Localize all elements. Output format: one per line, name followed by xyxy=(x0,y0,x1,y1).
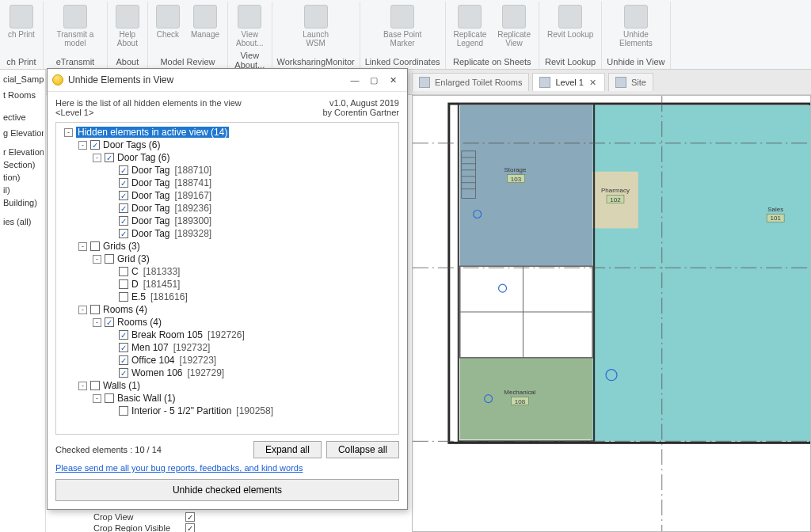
property-row[interactable]: Crop Region Visible✓ xyxy=(93,522,195,532)
tree-node[interactable]: Door Tag[188741] xyxy=(58,177,397,189)
tree-node[interactable]: Break Room 105[192726] xyxy=(58,329,397,341)
tree-checkbox[interactable] xyxy=(119,178,128,188)
browser-item[interactable]: il) xyxy=(2,184,44,196)
tree-checkbox[interactable] xyxy=(90,140,100,150)
tree-checkbox[interactable] xyxy=(119,292,128,302)
collapse-all-button[interactable]: Collapse all xyxy=(326,441,399,458)
property-row[interactable]: Crop View✓ xyxy=(93,511,195,522)
drawing-canvas[interactable]: Storage 103 Pharmacy 102 Sales 101 Mecha… xyxy=(412,95,811,532)
tree-label: Door Tags (6) xyxy=(103,139,160,150)
tree-node[interactable]: C[181333] xyxy=(58,265,397,278)
tree-node[interactable]: -Rooms (4) xyxy=(58,316,397,329)
ribbon-button[interactable]: ch Print xyxy=(5,3,38,55)
browser-item[interactable]: Building) xyxy=(2,196,44,209)
tree-toggle-icon[interactable]: - xyxy=(78,141,87,150)
tree-checkbox[interactable] xyxy=(105,254,114,264)
ribbon-button[interactable]: Check xyxy=(153,3,183,55)
dialog-titlebar[interactable]: Unhide Elements in View — ▢ ✕ xyxy=(48,69,407,92)
browser-item[interactable]: cial_Sampl xyxy=(2,73,44,86)
tree-node[interactable]: Office 104[192723] xyxy=(58,354,397,367)
tab-close-icon[interactable]: ✕ xyxy=(588,78,598,87)
tree-node[interactable]: Door Tag[189328] xyxy=(58,227,397,240)
ribbon-button[interactable]: HelpAbout xyxy=(112,3,143,55)
tree-checkbox[interactable] xyxy=(90,241,100,251)
tree-checkbox[interactable] xyxy=(119,368,128,378)
browser-item[interactable]: t Rooms xyxy=(2,89,44,101)
ribbon-button[interactable]: Transmit a model xyxy=(48,3,102,55)
tree-toggle-icon[interactable]: - xyxy=(78,382,87,390)
tree-checkbox[interactable] xyxy=(119,203,128,213)
ribbon-button[interactable]: Base Point Marker xyxy=(375,3,429,55)
feedback-link[interactable]: Please send me all your bug reports, fee… xyxy=(48,458,407,479)
tree-node[interactable]: -Walls (1) xyxy=(58,379,397,392)
ribbon-button[interactable]: Manage xyxy=(188,3,223,55)
tree-label: Grids (3) xyxy=(103,241,140,252)
tree-node[interactable]: Door Tag[188710] xyxy=(58,164,397,177)
ribbon-button[interactable]: ReplicateView xyxy=(494,3,534,55)
view-tab[interactable]: Enlarged Toilet Rooms xyxy=(412,73,529,91)
view-tab[interactable]: Site xyxy=(608,73,653,91)
tree-checkbox[interactable] xyxy=(119,406,128,416)
tree-node[interactable]: Men 107[192732] xyxy=(58,341,397,354)
expand-all-button[interactable]: Expand all xyxy=(253,441,322,458)
view-tab[interactable]: Level 1✕ xyxy=(532,73,604,91)
tree-node[interactable]: Interior - 5 1/2" Partition[190258] xyxy=(58,405,397,417)
dialog-level: <Level 1> xyxy=(55,108,322,117)
tree-checkbox[interactable] xyxy=(119,355,128,365)
browser-item[interactable]: ective xyxy=(2,111,44,124)
tree-checkbox[interactable] xyxy=(119,267,128,276)
tree-checkbox[interactable] xyxy=(105,317,114,327)
tree-checkbox[interactable] xyxy=(105,153,114,162)
tree-checkbox[interactable] xyxy=(119,191,128,200)
tree-node[interactable]: -Grid (3) xyxy=(58,253,397,265)
tree-toggle-icon[interactable]: - xyxy=(78,242,87,251)
tree-node[interactable]: Door Tag[189236] xyxy=(58,202,397,215)
tree-checkbox[interactable] xyxy=(119,216,128,226)
tree-node[interactable]: E.5[181616] xyxy=(58,291,397,303)
property-checkbox[interactable]: ✓ xyxy=(185,523,195,532)
tree-toggle-icon[interactable]: - xyxy=(93,255,101,264)
tree-node[interactable]: -Rooms (4) xyxy=(58,303,397,316)
tree-toggle-icon[interactable]: - xyxy=(64,128,73,137)
tree-checkbox[interactable] xyxy=(90,381,100,390)
browser-item[interactable]: g Elevation xyxy=(2,127,44,139)
element-tree[interactable]: -Hidden elements in active view (14)-Doo… xyxy=(55,122,399,435)
tree-checkbox[interactable] xyxy=(119,279,128,289)
close-button[interactable]: ✕ xyxy=(383,72,402,88)
tree-checkbox[interactable] xyxy=(105,393,114,403)
tree-label: Door Tag xyxy=(131,190,169,201)
tree-checkbox[interactable] xyxy=(119,165,128,175)
tree-node[interactable]: -Basic Wall (1) xyxy=(58,392,397,405)
unhide-checked-button[interactable]: Unhide checked elements xyxy=(55,479,399,501)
tree-toggle-icon[interactable]: - xyxy=(93,394,101,403)
ribbon-label: Check xyxy=(157,30,179,39)
tree-toggle-icon[interactable]: - xyxy=(78,306,87,314)
tree-toggle-icon[interactable]: - xyxy=(93,154,101,162)
browser-item[interactable]: tion) xyxy=(2,171,44,184)
tree-node[interactable]: -Hidden elements in active view (14) xyxy=(58,126,397,139)
ribbon-button[interactable]: UnhideElements xyxy=(616,3,656,55)
view-tab-label: Level 1 xyxy=(555,78,583,87)
tree-checkbox[interactable] xyxy=(119,343,128,352)
tree-checkbox[interactable] xyxy=(90,305,100,314)
minimize-button[interactable]: — xyxy=(345,72,364,88)
tree-checkbox[interactable] xyxy=(119,229,128,238)
property-checkbox[interactable]: ✓ xyxy=(185,512,195,522)
ribbon-button[interactable]: ViewAbout... xyxy=(233,3,266,49)
tree-node[interactable]: -Grids (3) xyxy=(58,240,397,253)
ribbon-button[interactable]: ReplicateLegend xyxy=(451,3,490,55)
tree-checkbox[interactable] xyxy=(119,330,128,340)
tree-toggle-icon[interactable]: - xyxy=(93,318,101,327)
maximize-button[interactable]: ▢ xyxy=(364,72,383,88)
tree-node[interactable]: Door Tag[189300] xyxy=(58,215,397,227)
tree-node[interactable]: -Door Tag (6) xyxy=(58,151,397,164)
browser-item[interactable]: ies (all) xyxy=(2,215,44,228)
tree-node[interactable]: -Door Tags (6) xyxy=(58,139,397,151)
browser-item[interactable]: r Elevation) xyxy=(2,146,44,158)
tree-node[interactable]: Door Tag[189167] xyxy=(58,189,397,202)
ribbon-button[interactable]: Launch WSM xyxy=(289,3,343,55)
tree-node[interactable]: D[181451] xyxy=(58,278,397,291)
ribbon-button[interactable]: Revit Lookup xyxy=(544,3,596,55)
tree-node[interactable]: Women 106[192729] xyxy=(58,367,397,379)
browser-item[interactable]: Section) xyxy=(2,158,44,171)
